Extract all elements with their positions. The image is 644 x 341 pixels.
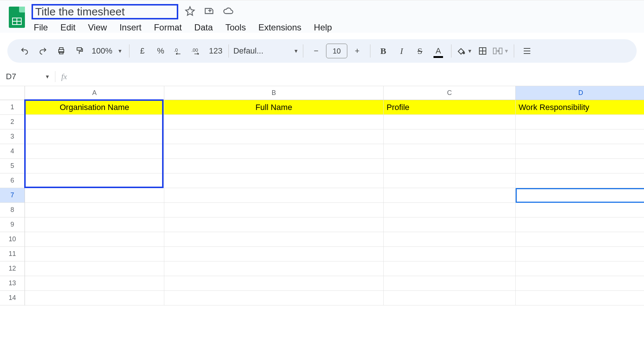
cell-D6[interactable] [516, 173, 644, 188]
horizontal-align-button[interactable] [519, 43, 535, 59]
cell-A1[interactable]: Organisation Name [25, 100, 164, 115]
cell-A5[interactable] [25, 159, 164, 173]
cell-A6[interactable] [25, 173, 164, 188]
cell-C5[interactable] [384, 159, 516, 173]
cell-C11[interactable] [384, 247, 516, 261]
col-header-B[interactable]: B [164, 86, 384, 100]
cell-C10[interactable] [384, 232, 516, 247]
cell-B4[interactable] [164, 144, 384, 159]
row-header-1[interactable]: 1 [0, 100, 25, 115]
paint-format-button[interactable] [71, 43, 88, 59]
row-header-11[interactable]: 11 [0, 247, 25, 261]
cell-C7[interactable] [384, 188, 516, 203]
app-logo[interactable] [7, 4, 26, 30]
cell-B11[interactable] [164, 247, 384, 261]
row-header-12[interactable]: 12 [0, 261, 25, 276]
col-header-C[interactable]: C [384, 86, 516, 100]
cell-C2[interactable] [384, 115, 516, 129]
cell-B2[interactable] [164, 115, 384, 129]
font-size-increase[interactable]: + [349, 43, 366, 59]
menu-format[interactable]: Format [154, 22, 182, 33]
cell-A14[interactable] [25, 291, 164, 305]
cell-D4[interactable] [516, 144, 644, 159]
cell-D5[interactable] [516, 159, 644, 173]
menu-extensions[interactable]: Extensions [258, 22, 301, 33]
cell-D7[interactable] [516, 188, 644, 203]
cell-A3[interactable] [25, 129, 164, 144]
cell-D9[interactable] [516, 217, 644, 232]
cell-A12[interactable] [25, 261, 164, 276]
cell-C4[interactable] [384, 144, 516, 159]
menu-data[interactable]: Data [194, 22, 213, 33]
increase-decimal-button[interactable]: .00 [189, 43, 206, 59]
cell-A2[interactable] [25, 115, 164, 129]
row-header-10[interactable]: 10 [0, 232, 25, 247]
text-color-button[interactable]: A [430, 43, 447, 59]
cell-D8[interactable] [516, 203, 644, 217]
strikethrough-button[interactable]: S [411, 43, 428, 59]
cell-A9[interactable] [25, 217, 164, 232]
cloud-status-icon[interactable] [223, 6, 233, 18]
menu-insert[interactable]: Insert [120, 22, 142, 33]
star-icon[interactable] [185, 6, 195, 18]
cell-B1[interactable]: Full Name [164, 100, 384, 115]
cell-A4[interactable] [25, 144, 164, 159]
cell-C9[interactable] [384, 217, 516, 232]
menu-file[interactable]: File [34, 22, 48, 33]
font-family-select[interactable]: Defaul...▼ [233, 46, 299, 56]
cell-B14[interactable] [164, 291, 384, 305]
row-header-2[interactable]: 2 [0, 115, 25, 129]
cell-C6[interactable] [384, 173, 516, 188]
italic-button[interactable]: I [393, 43, 410, 59]
print-button[interactable] [53, 43, 70, 59]
cell-D3[interactable] [516, 129, 644, 144]
cell-D1[interactable]: Work Responsibility [516, 100, 644, 115]
cell-B9[interactable] [164, 217, 384, 232]
cell-D11[interactable] [516, 247, 644, 261]
menu-tools[interactable]: Tools [225, 22, 246, 33]
number-format-button[interactable]: 123 [207, 43, 224, 59]
cell-A11[interactable] [25, 247, 164, 261]
percent-button[interactable]: % [152, 43, 169, 59]
cell-B8[interactable] [164, 203, 384, 217]
cell-B6[interactable] [164, 173, 384, 188]
cell-D10[interactable] [516, 232, 644, 247]
cell-B3[interactable] [164, 129, 384, 144]
cell-C14[interactable] [384, 291, 516, 305]
col-header-A[interactable]: A [25, 86, 164, 100]
decrease-decimal-button[interactable]: .0 [171, 43, 187, 59]
cell-C8[interactable] [384, 203, 516, 217]
move-icon[interactable] [204, 6, 214, 18]
borders-button[interactable] [474, 43, 491, 59]
undo-button[interactable] [16, 43, 33, 59]
row-header-9[interactable]: 9 [0, 217, 25, 232]
cell-B13[interactable] [164, 276, 384, 291]
font-size-decrease[interactable]: − [308, 43, 325, 59]
cell-B5[interactable] [164, 159, 384, 173]
name-box[interactable]: D7▼ [4, 72, 55, 81]
row-header-6[interactable]: 6 [0, 173, 25, 188]
cell-D12[interactable] [516, 261, 644, 276]
menu-edit[interactable]: Edit [61, 22, 76, 33]
currency-button[interactable]: £ [134, 43, 151, 59]
bold-button[interactable]: B [375, 43, 392, 59]
cell-A7[interactable] [25, 188, 164, 203]
cell-B7[interactable] [164, 188, 384, 203]
cell-D2[interactable] [516, 115, 644, 129]
cell-D14[interactable] [516, 291, 644, 305]
row-header-13[interactable]: 13 [0, 276, 25, 291]
menu-help[interactable]: Help [314, 22, 332, 33]
row-header-14[interactable]: 14 [0, 291, 25, 305]
cell-B10[interactable] [164, 232, 384, 247]
row-header-8[interactable]: 8 [0, 203, 25, 217]
row-header-7[interactable]: 7 [0, 188, 25, 203]
select-all-corner[interactable] [0, 86, 25, 100]
cell-D13[interactable] [516, 276, 644, 291]
cell-C3[interactable] [384, 129, 516, 144]
merge-cells-button[interactable]: ▼ [493, 43, 509, 59]
fill-color-button[interactable]: ▼ [456, 43, 473, 59]
zoom-select[interactable]: 100%▼ [89, 46, 125, 56]
row-header-4[interactable]: 4 [0, 144, 25, 159]
col-header-D[interactable]: D [516, 86, 644, 100]
cell-C1[interactable]: Profile [384, 100, 516, 115]
